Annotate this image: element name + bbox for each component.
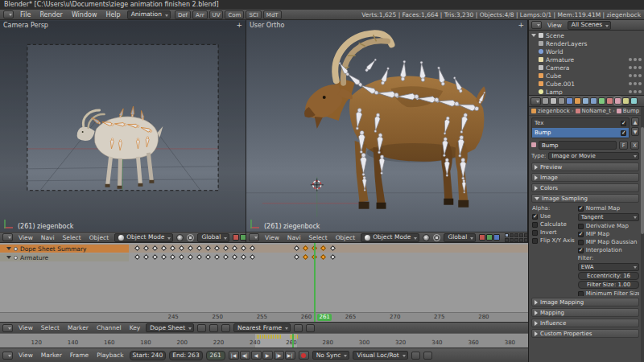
channel-armature[interactable]: Armature xyxy=(0,253,129,261)
channel-expand-icon[interactable] xyxy=(6,247,11,250)
move-slot-down-button[interactable]: ▼ xyxy=(631,127,639,136)
jump-to-end-button[interactable]: ▶| xyxy=(285,351,295,360)
timeline-menu-marker[interactable]: Marker xyxy=(39,352,64,359)
filter-type-select[interactable]: EWA xyxy=(578,263,639,271)
keyframe[interactable] xyxy=(303,254,308,260)
camera-scene[interactable] xyxy=(0,20,246,232)
menu-file[interactable]: File xyxy=(18,11,33,19)
auto-keyframe-record-button[interactable] xyxy=(299,351,309,360)
insert-keyframe-button[interactable] xyxy=(411,352,420,360)
selectability-toggle-icon[interactable] xyxy=(634,66,637,69)
texture-slot-checkbox[interactable] xyxy=(621,130,626,136)
jump-to-next-keyframe-button[interactable]: |▶ xyxy=(274,351,284,360)
keyframe[interactable] xyxy=(134,254,140,260)
viewport-menu-view[interactable]: View xyxy=(16,234,35,241)
outliner-item-world[interactable]: World xyxy=(529,47,644,56)
physics-tab[interactable] xyxy=(630,97,638,105)
menu-render[interactable]: Render xyxy=(37,11,64,19)
viewport-menu-view[interactable]: View xyxy=(262,234,282,241)
viewport-camera[interactable]: Camera Persp + (261) ziegenbock ViewNavi… xyxy=(0,20,246,242)
breadcrumb-item-ziegenbock[interactable]: ziegenbock xyxy=(538,108,570,114)
delete-keyframe-button[interactable] xyxy=(423,352,432,360)
keyframe[interactable] xyxy=(143,254,149,260)
scrollbar-thumb[interactable] xyxy=(641,127,644,234)
layer-toggle[interactable] xyxy=(505,238,509,242)
user-viewport-canvas[interactable]: User Ortho + (261) ziegenbock xyxy=(246,20,527,232)
panel-custom-properties[interactable]: Custom Properties xyxy=(531,329,639,338)
viewport-menu-select[interactable]: Select xyxy=(307,234,330,241)
keyframe[interactable] xyxy=(161,254,167,260)
goat-model-user[interactable] xyxy=(304,33,485,208)
checkbox-interpolation[interactable]: Interpolation xyxy=(578,246,639,254)
viewport-user-ortho[interactable]: User Ortho + (261) ziegenbock ViewNaviSe… xyxy=(246,20,528,242)
eccentricity-field[interactable]: Eccentricity: 16 xyxy=(578,272,639,280)
normal-space-select[interactable]: Tangent xyxy=(578,213,639,221)
object-tab[interactable] xyxy=(574,97,581,105)
keyframe[interactable] xyxy=(329,254,335,260)
selectability-toggle-icon[interactable] xyxy=(634,90,637,93)
layer-toggle[interactable] xyxy=(505,233,509,237)
render-toggle-icon[interactable] xyxy=(638,66,642,69)
render-layers-tab[interactable] xyxy=(558,97,565,105)
dope-sheet-editor[interactable]: Dope Sheet SummaryArmature24525025526026… xyxy=(0,242,528,322)
texture-type-select[interactable]: Image or Movie xyxy=(548,152,639,160)
frame-end-field[interactable]: End: 263 xyxy=(169,351,203,360)
eye-toggle-icon[interactable] xyxy=(629,74,632,77)
outliner-item-camera[interactable]: Camera xyxy=(529,64,644,72)
layout-button-mdt[interactable]: MdT xyxy=(263,10,282,19)
panel-colors[interactable]: Colors xyxy=(531,183,639,192)
dope-mode-select[interactable]: Dope Sheet xyxy=(146,323,194,332)
auto-snap-select[interactable]: Nearest Frame xyxy=(233,323,291,332)
jump-to-prev-keyframe-button[interactable]: ◀| xyxy=(240,351,250,360)
viewport-header-left[interactable]: ViewNaviSelectObjectObject ModeGlobal xyxy=(0,232,246,242)
n-panel-toggle-icon[interactable]: + xyxy=(518,22,524,29)
outliner-menu-view[interactable]: View xyxy=(545,22,564,29)
properties-editor-icon[interactable] xyxy=(530,97,541,105)
panel-image[interactable]: Image xyxy=(531,173,639,182)
channel-expand-icon[interactable] xyxy=(6,256,11,259)
channel-dope-sheet-summary[interactable]: Dope Sheet Summary xyxy=(0,245,129,253)
timeline-editor[interactable]: 1201401601802002202402602803003203403603… xyxy=(0,333,528,348)
layout-button-uv[interactable]: UV xyxy=(209,10,224,19)
timeline-current-frame-line[interactable] xyxy=(292,334,294,348)
dope-menu-view[interactable]: View xyxy=(16,324,35,331)
expand-icon[interactable] xyxy=(531,34,536,37)
object-mode-select[interactable]: Object Mode xyxy=(114,233,173,242)
object-data-tab[interactable] xyxy=(598,97,605,105)
outliner-editor-icon[interactable] xyxy=(531,21,542,29)
dope-menu-select[interactable]: Select xyxy=(39,324,62,331)
selectability-toggle-icon[interactable] xyxy=(634,74,637,77)
dope-menu-key[interactable]: Key xyxy=(127,324,143,331)
viewport-shading-icon[interactable] xyxy=(423,234,430,241)
particles-tab[interactable] xyxy=(622,97,630,105)
breadcrumb-item-bump[interactable]: Bump xyxy=(623,108,640,114)
panel-image-mapping[interactable]: Image Mapping xyxy=(531,298,639,306)
eye-toggle-icon[interactable] xyxy=(629,90,632,93)
keyframe[interactable] xyxy=(170,254,175,260)
checkbox-use[interactable]: Use xyxy=(532,212,575,220)
viewport-editor-icon[interactable] xyxy=(2,233,13,241)
viewport-editor-icon[interactable] xyxy=(249,233,259,241)
world-tab[interactable] xyxy=(566,97,573,105)
keyframe[interactable] xyxy=(196,254,202,260)
viewport-menu-select[interactable]: Select xyxy=(60,234,84,241)
modifiers-tab[interactable] xyxy=(590,97,597,105)
checkbox-derivative-map[interactable]: Derivative Map xyxy=(578,222,639,230)
layer-toggle[interactable] xyxy=(524,238,527,242)
outliner-item-cube[interactable]: Cube xyxy=(529,72,644,80)
move-slot-up-button[interactable]: ▲ xyxy=(631,117,639,126)
render-toggle-icon[interactable] xyxy=(638,74,642,77)
layout-button-arr[interactable]: Arr xyxy=(192,10,207,19)
timeline-menu-view[interactable]: View xyxy=(16,352,35,359)
filter-size-field[interactable]: Filter Size: 1.00 xyxy=(578,281,639,289)
keyframe[interactable] xyxy=(205,254,211,260)
material-tab[interactable] xyxy=(606,97,613,105)
panel-influence[interactable]: Influence xyxy=(531,319,639,327)
eye-toggle-icon[interactable] xyxy=(629,82,632,85)
keyframe[interactable] xyxy=(250,254,255,260)
layer-toggle[interactable] xyxy=(510,238,514,242)
sync-mode-select[interactable]: No Sync xyxy=(312,351,350,360)
layer-toggle[interactable] xyxy=(524,233,527,237)
layer-toggle[interactable] xyxy=(519,238,523,242)
dope-sheet-header[interactable]: View Select Marker Channel Key Dope Shee… xyxy=(0,322,528,333)
